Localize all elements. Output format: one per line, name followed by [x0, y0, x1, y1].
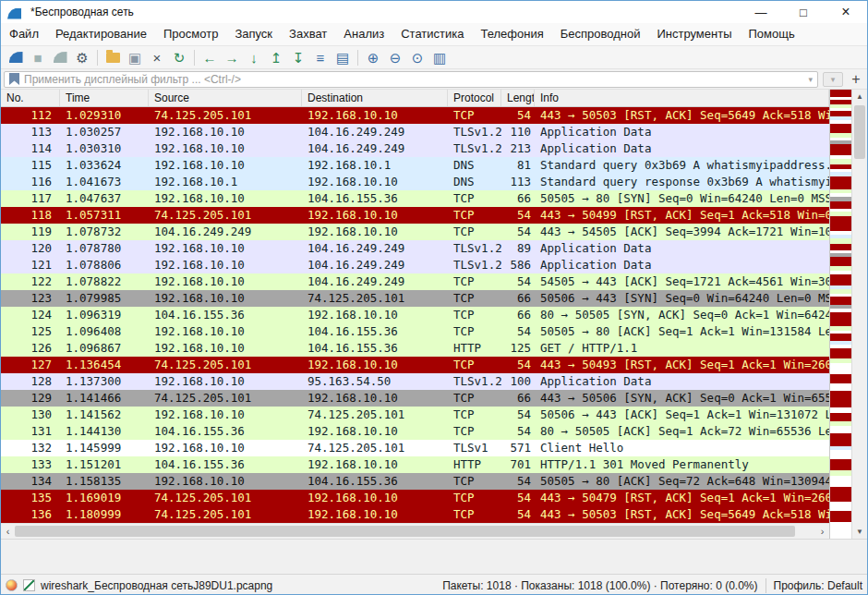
go-last-icon[interactable]: ↧ — [287, 47, 309, 67]
minimap-stripe — [830, 502, 851, 511]
packet-row[interactable]: 114 1.030310 192.168.10.10 104.16.249.24… — [1, 140, 829, 157]
scroll-left-icon[interactable]: ‹ — [1, 524, 15, 539]
menu-item[interactable]: Помощь — [741, 23, 803, 45]
zoom-reset-icon[interactable]: ⊙ — [406, 47, 428, 67]
packet-row[interactable]: 121 1.078806 192.168.10.10 104.16.249.24… — [1, 257, 829, 273]
close-file-icon[interactable]: × — [146, 47, 168, 67]
packet-row[interactable]: 124 1.096319 104.16.155.36 192.168.10.10… — [1, 307, 829, 323]
save-file-icon[interactable]: ▣ — [124, 47, 146, 67]
menu-item[interactable]: Статистика — [392, 23, 472, 45]
filter-dropdown-icon[interactable]: ▾ — [808, 75, 813, 84]
packet-time: 1.144130 — [60, 423, 149, 440]
capture-options-icon[interactable]: ⚙ — [71, 47, 93, 67]
column-header-time[interactable]: Time — [60, 90, 149, 106]
horizontal-scrollbar[interactable]: ‹ › — [1, 523, 829, 539]
close-button[interactable]: × — [825, 1, 867, 23]
packet-row[interactable]: 112 1.029310 74.125.205.101 192.168.10.1… — [1, 107, 829, 124]
column-header-protocol[interactable]: Protocol — [448, 90, 501, 106]
packet-row[interactable]: 120 1.078780 192.168.10.10 104.16.249.24… — [1, 240, 829, 257]
packet-destination: 192.168.10.10 — [302, 107, 448, 124]
add-filter-button[interactable]: + — [848, 71, 864, 88]
menu-item[interactable]: Захват — [281, 23, 335, 45]
colorize-icon[interactable]: ▤ — [332, 47, 354, 67]
column-header-length[interactable]: Length — [501, 90, 535, 106]
resize-columns-icon[interactable]: ▥ — [428, 47, 451, 67]
packet-row[interactable]: 132 1.145999 192.168.10.10 74.125.205.10… — [1, 440, 829, 456]
vertical-scroll-thumb[interactable] — [854, 105, 865, 159]
packet-source: 192.168.10.10 — [149, 124, 302, 140]
packet-row[interactable]: 128 1.137300 192.168.10.10 95.163.54.50 … — [1, 373, 829, 390]
packet-row[interactable]: 136 1.180999 74.125.205.101 192.168.10.1… — [1, 506, 829, 523]
packet-row[interactable]: 133 1.151201 104.16.155.36 192.168.10.10… — [1, 456, 829, 473]
column-header-no[interactable]: No. — [1, 90, 60, 106]
scroll-down-icon[interactable]: ▼ — [852, 528, 867, 536]
reload-file-icon[interactable]: ↻ — [168, 47, 190, 67]
zoom-in-icon[interactable]: ⊕ — [362, 47, 384, 67]
auto-scroll-icon[interactable]: ≡ — [309, 47, 332, 67]
go-to-packet-icon[interactable]: ↓ — [243, 47, 265, 67]
packet-minimap[interactable] — [829, 90, 851, 539]
packet-info: 50506 → 443 [ACK] Seq=1 Ack=1 Win=131072… — [535, 407, 829, 423]
packet-source: 192.168.10.10 — [149, 407, 302, 423]
column-header-info[interactable]: Info — [535, 90, 829, 106]
packet-row[interactable]: 129 1.141466 74.125.205.101 192.168.10.1… — [1, 390, 829, 407]
toolbar-separator — [97, 50, 98, 66]
go-first-icon[interactable]: ↥ — [265, 47, 287, 67]
capture-comment-icon[interactable] — [23, 579, 35, 591]
scroll-right-icon[interactable]: › — [815, 524, 829, 539]
menu-item[interactable]: Файл — [1, 23, 47, 45]
packet-row[interactable]: 135 1.169019 74.125.205.101 192.168.10.1… — [1, 490, 829, 506]
minimize-button[interactable]: — — [740, 1, 782, 23]
display-filter-box[interactable]: ▾ — [4, 71, 818, 88]
packet-row[interactable]: 126 1.096867 192.168.10.10 104.16.155.36… — [1, 340, 829, 357]
packet-row[interactable]: 119 1.078732 104.16.249.249 192.168.10.1… — [1, 224, 829, 240]
maximize-button[interactable]: □ — [782, 1, 825, 23]
packet-time: 1.078780 — [60, 240, 149, 257]
go-forward-icon[interactable]: → — [221, 47, 243, 67]
packet-row[interactable]: 127 1.136454 74.125.205.101 192.168.10.1… — [1, 357, 829, 373]
display-filter-input[interactable] — [24, 72, 803, 87]
packet-time: 1.141562 — [60, 407, 149, 423]
menu-item[interactable]: Телефония — [472, 23, 551, 45]
packet-row[interactable]: 134 1.158135 192.168.10.10 104.16.155.36… — [1, 473, 829, 490]
column-header-source[interactable]: Source — [149, 90, 302, 106]
menu-item[interactable]: Анализ — [335, 23, 392, 45]
packet-protocol: TCP — [448, 357, 501, 373]
packet-row[interactable]: 131 1.144130 104.16.155.36 192.168.10.10… — [1, 423, 829, 440]
column-header-destination[interactable]: Destination — [302, 90, 448, 106]
packet-row[interactable]: 122 1.078822 192.168.10.10 104.16.249.24… — [1, 273, 829, 290]
vertical-scrollbar[interactable]: ▲ ▼ — [851, 90, 867, 539]
profile-selector[interactable]: Профиль: Default — [774, 579, 863, 592]
packet-row[interactable]: 117 1.047637 192.168.10.10 104.16.155.36… — [1, 190, 829, 207]
packet-row[interactable]: 123 1.079985 192.168.10.10 74.125.205.10… — [1, 290, 829, 307]
filter-expression-dropdown[interactable]: ▾ — [823, 72, 843, 87]
restart-capture-icon[interactable] — [49, 47, 71, 67]
open-file-icon[interactable] — [102, 47, 124, 67]
packet-row[interactable]: 130 1.141562 192.168.10.10 74.125.205.10… — [1, 407, 829, 423]
minimap-stripe — [830, 124, 851, 133]
packet-no: 130 — [1, 407, 60, 423]
packet-row[interactable]: 113 1.030257 192.168.10.10 104.16.249.24… — [1, 124, 829, 140]
menu-item[interactable]: Беспроводной — [552, 23, 649, 45]
packet-row[interactable]: 116 1.041673 192.168.10.1 192.168.10.10 … — [1, 174, 829, 190]
menu-item[interactable]: Редактирование — [47, 23, 155, 45]
packet-row[interactable]: 115 1.033624 192.168.10.10 192.168.10.1 … — [1, 157, 829, 174]
packet-row[interactable]: 125 1.096408 192.168.10.10 104.16.155.36… — [1, 323, 829, 340]
packet-length: 54 — [501, 473, 535, 490]
packet-row[interactable]: 118 1.057311 74.125.205.101 192.168.10.1… — [1, 207, 829, 224]
scroll-up-icon[interactable]: ▲ — [852, 92, 867, 101]
menu-item[interactable]: Просмотр — [155, 23, 226, 45]
packet-info: 80 → 50505 [SYN, ACK] Seq=0 Ack=1 Win=64… — [535, 307, 829, 323]
expert-info-icon[interactable] — [6, 579, 18, 591]
filter-bookmark-icon[interactable] — [9, 73, 19, 85]
packet-info: 443 → 54505 [ACK] Seq=3994 Ack=1721 Win=… — [535, 224, 829, 240]
menu-item[interactable]: Инструменты — [648, 23, 740, 45]
packet-no: 119 — [1, 224, 60, 240]
start-capture-icon[interactable] — [5, 47, 27, 67]
go-back-icon[interactable]: ← — [199, 47, 221, 67]
menu-item[interactable]: Запуск — [226, 23, 281, 45]
zoom-out-icon[interactable]: ⊖ — [384, 47, 406, 67]
stop-capture-icon[interactable]: ■ — [27, 47, 49, 67]
horizontal-scroll-thumb[interactable] — [15, 526, 795, 537]
packet-no: 125 — [1, 323, 60, 340]
